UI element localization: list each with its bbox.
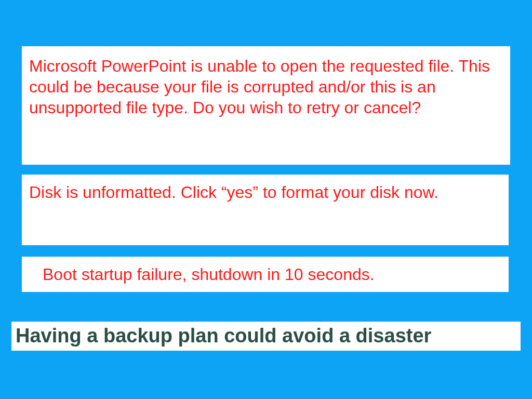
backup-plan-headline: Having a backup plan could avoid a disas… <box>11 322 521 351</box>
message-powerpoint-error: Microsoft PowerPoint is unable to open t… <box>22 46 510 165</box>
message-boot-failure: Boot startup failure, shutdown in 10 sec… <box>22 257 509 292</box>
message-disk-unformatted: Disk is unformatted. Click “yes” to form… <box>22 175 509 245</box>
